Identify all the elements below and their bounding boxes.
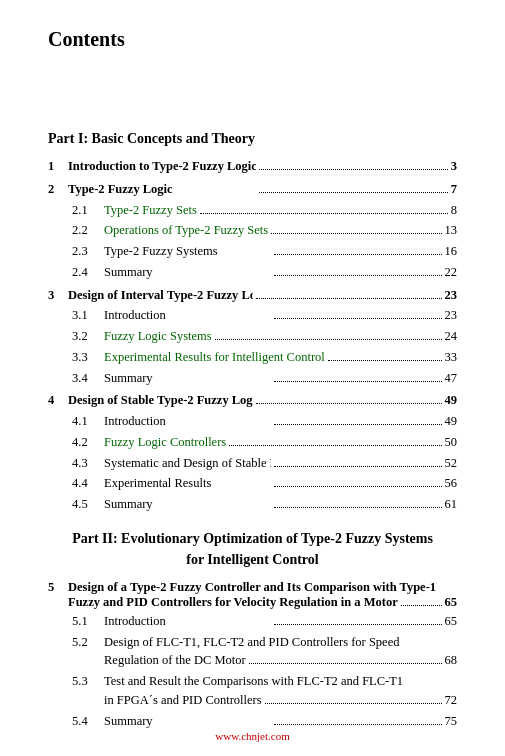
sub-3-2-page: 24 [445, 327, 458, 346]
sub-3-1: 3.1 Introduction 23 [48, 306, 457, 325]
sub-5-1: 5.1 Introduction 65 [48, 612, 457, 631]
sub-4-3-dots [274, 466, 441, 467]
sub-4-5-page: 61 [445, 495, 458, 514]
sub-2-1-link[interactable]: Type-2 Fuzzy Sets [104, 201, 197, 220]
sub-3-2-link[interactable]: Fuzzy Logic Systems [104, 327, 212, 346]
sub-4-2-num: 4.2 [72, 433, 100, 452]
sub-2-2-link[interactable]: Operations of Type-2 Fuzzy Sets [104, 221, 268, 240]
sub-2-4-num: 2.4 [72, 263, 100, 282]
sub-4-5-title: Summary [104, 495, 271, 514]
chapter-3-title: Design of Interval Type-2 Fuzzy Logic Co… [68, 286, 253, 305]
chapter-5-num: 5 [48, 580, 64, 595]
sub-2-4: 2.4 Summary 22 [48, 263, 457, 282]
sub-2-3-num: 2.3 [72, 242, 100, 261]
sub-2-4-page: 22 [445, 263, 458, 282]
chapter-2-num: 2 [48, 180, 64, 199]
sub-4-5-num: 4.5 [72, 495, 100, 514]
sub-4-3: 4.3 Systematic and Design of Stable Fuzz… [48, 454, 457, 473]
sub-4-4-page: 56 [445, 474, 458, 493]
sub-5-4-dots [274, 724, 441, 725]
sub-3-1-title: Introduction [104, 306, 271, 325]
sub-4-2-page: 50 [445, 433, 458, 452]
sub-5-2-dots [249, 663, 442, 664]
sub-4-2: 4.2 Fuzzy Logic Controllers 50 [48, 433, 457, 452]
sub-3-3-dots [328, 360, 442, 361]
chapter-5-row: 5 Design of a Type-2 Fuzzy Controller an… [48, 580, 457, 610]
sub-3-4-page: 47 [445, 369, 458, 388]
sub-4-1-page: 49 [445, 412, 458, 431]
sub-5-1-dots [274, 624, 441, 625]
sub-2-1-num: 2.1 [72, 201, 100, 220]
sub-4-5: 4.5 Summary 61 [48, 495, 457, 514]
sub-4-3-num: 4.3 [72, 454, 100, 473]
sub-4-1-title: Introduction [104, 412, 271, 431]
part2-heading-block: Part II: Evolutionary Optimization of Ty… [48, 528, 457, 570]
sub-3-2-dots [215, 339, 442, 340]
chapter-5-entry: 5 Design of a Type-2 Fuzzy Controller an… [48, 580, 457, 610]
sub-4-3-title: Systematic and Design of Stable Fuzzy Co… [104, 454, 271, 473]
sub-5-3-title-line2: in FPGA´s and PID Controllers [104, 691, 262, 710]
sub-5-2-title-line2: Regulation of the DC Motor [104, 651, 246, 670]
chapter-1-num: 1 [48, 157, 64, 176]
sub-5-2-num: 5.2 [72, 633, 100, 652]
chapter-4-num: 4 [48, 391, 64, 410]
sub-2-2: 2.2 Operations of Type-2 Fuzzy Sets 13 [48, 221, 457, 240]
sub-2-3-title: Type-2 Fuzzy Systems [104, 242, 271, 261]
sub-4-2-title: Fuzzy Logic Controllers [104, 435, 226, 449]
sub-2-1-page: 8 [451, 201, 457, 220]
sub-2-3: 2.3 Type-2 Fuzzy Systems 16 [48, 242, 457, 261]
sub-2-1-dots [200, 213, 448, 214]
sub-2-2-dots [271, 233, 441, 234]
sub-5-3-num: 5.3 [72, 672, 100, 691]
part2-heading: Part II: Evolutionary Optimization of Ty… [48, 528, 457, 570]
sub-3-3-link[interactable]: Experimental Results for Intelligent Con… [104, 348, 325, 367]
sub-4-5-dots [274, 507, 441, 508]
sub-5-1-title: Introduction [104, 612, 271, 631]
sub-4-2-link[interactable]: Fuzzy Logic Controllers [104, 433, 226, 452]
watermark: www.chnjet.com [215, 730, 289, 742]
sub-4-2-dots [229, 445, 441, 446]
sub-2-1: 2.1 Type-2 Fuzzy Sets 8 [48, 201, 457, 220]
sub-3-4-num: 3.4 [72, 369, 100, 388]
sub-4-4: 4.4 Experimental Results 56 [48, 474, 457, 493]
page-title: Contents [48, 28, 457, 51]
sub-4-1-dots [274, 424, 441, 425]
chapter-2-entry: 2 Type-2 Fuzzy Logic 7 [48, 180, 457, 199]
sub-3-4-dots [274, 381, 441, 382]
page: Contents Part I: Basic Concepts and Theo… [0, 0, 505, 756]
sub-5-4-title: Summary [104, 712, 271, 731]
chapter-1-title: Introduction to Type-2 Fuzzy Logic Contr… [68, 157, 256, 176]
part1-heading: Part I: Basic Concepts and Theory [48, 131, 457, 147]
chapter-4-page: 49 [445, 391, 458, 410]
sub-3-1-dots [274, 318, 441, 319]
chapter-3-dots [256, 298, 441, 299]
chapter-2-dots [259, 192, 447, 193]
chapter-5-title-line2: Fuzzy and PID Controllers for Velocity R… [68, 595, 398, 610]
sub-3-3-num: 3.3 [72, 348, 100, 367]
sub-5-3: 5.3 Test and Result the Comparisons with… [48, 672, 457, 710]
sub-5-3-dots [265, 703, 442, 704]
sub-2-3-page: 16 [445, 242, 458, 261]
chapter-1-page: 3 [451, 157, 457, 176]
chapter-3-entry: 3 Design of Interval Type-2 Fuzzy Logic … [48, 286, 457, 305]
sub-5-2-title-line1: Design of FLC-T1, FLC-T2 and PID Control… [104, 633, 399, 652]
sub-3-2-title: Fuzzy Logic Systems [104, 329, 212, 343]
chapter-1-dots [259, 169, 447, 170]
sub-2-2-page: 13 [445, 221, 458, 240]
sub-2-1-title: Type-2 Fuzzy Sets [104, 203, 197, 217]
sub-3-2: 3.2 Fuzzy Logic Systems 24 [48, 327, 457, 346]
part1-heading-block: Part I: Basic Concepts and Theory [48, 131, 457, 147]
chapter-4-entry: 4 Design of Stable Type-2 Fuzzy Logic Co… [48, 391, 457, 410]
sub-3-1-num: 3.1 [72, 306, 100, 325]
sub-4-4-dots [274, 486, 441, 487]
sub-5-3-page: 72 [445, 691, 458, 710]
sub-2-2-title: Operations of Type-2 Fuzzy Sets [104, 223, 268, 237]
chapter-2-page: 7 [451, 180, 457, 199]
sub-4-1: 4.1 Introduction 49 [48, 412, 457, 431]
sub-4-3-page: 52 [445, 454, 458, 473]
sub-3-3-page: 33 [445, 348, 458, 367]
sub-2-3-dots [274, 254, 441, 255]
chapter-5-title-block: Design of a Type-2 Fuzzy Controller and … [68, 580, 457, 610]
chapter-5-page: 65 [445, 595, 458, 610]
sub-4-4-num: 4.4 [72, 474, 100, 493]
